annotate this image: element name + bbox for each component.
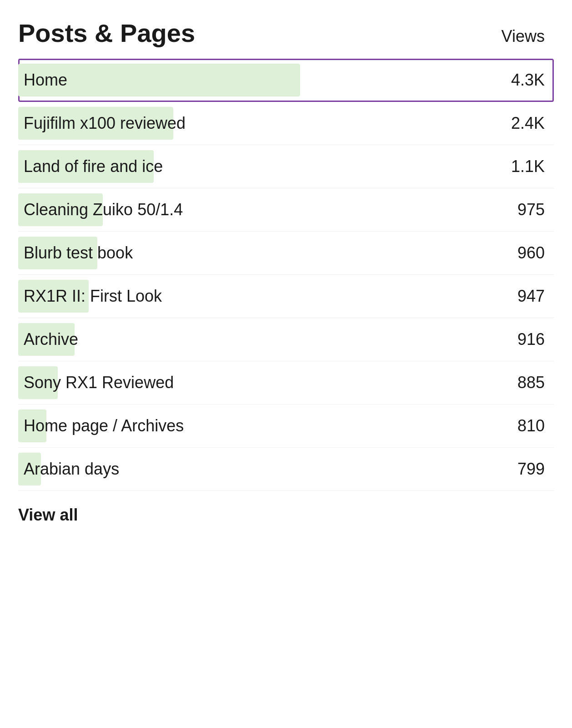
- item-name-blurb-test: Blurb test book: [18, 240, 138, 266]
- list-item-archive[interactable]: Archive 916: [18, 318, 554, 361]
- item-views-rx1r: 947: [499, 287, 554, 306]
- list-item-arabian-days[interactable]: Arabian days 799: [18, 448, 554, 491]
- page-header: Posts & Pages Views: [18, 18, 554, 48]
- item-views-cleaning-zuiko: 975: [499, 200, 554, 219]
- list-item-left-fujifilm: Fujifilm x100 reviewed: [18, 110, 499, 136]
- item-name-archive: Archive: [18, 326, 84, 353]
- item-name-home-page-archives: Home page / Archives: [18, 413, 189, 439]
- list-item-home[interactable]: Home 4.3K: [18, 59, 554, 102]
- list-item-left-rx1r: RX1R II: First Look: [18, 283, 499, 309]
- item-views-home: 4.3K: [499, 71, 554, 90]
- views-column-header: Views: [502, 27, 554, 46]
- list-item-left-cleaning-zuiko: Cleaning Zuiko 50/1.4: [18, 197, 499, 223]
- item-views-land-of-fire: 1.1K: [499, 157, 554, 176]
- item-name-sony-rx1: Sony RX1 Reviewed: [18, 369, 179, 396]
- item-views-home-page-archives: 810: [499, 416, 554, 435]
- list-item-home-page-archives[interactable]: Home page / Archives 810: [18, 404, 554, 448]
- list-item-blurb-test[interactable]: Blurb test book 960: [18, 232, 554, 275]
- item-name-fujifilm: Fujifilm x100 reviewed: [18, 110, 191, 136]
- list-item-sony-rx1[interactable]: Sony RX1 Reviewed 885: [18, 361, 554, 404]
- view-all-button[interactable]: View all: [18, 506, 554, 525]
- item-name-land-of-fire: Land of fire and ice: [18, 153, 168, 180]
- item-views-arabian-days: 799: [499, 460, 554, 479]
- item-name-home: Home: [18, 67, 73, 93]
- list-item-land-of-fire[interactable]: Land of fire and ice 1.1K: [18, 145, 554, 188]
- item-name-rx1r: RX1R II: First Look: [18, 283, 167, 309]
- list-item-left-home: Home: [18, 67, 499, 93]
- item-name-cleaning-zuiko: Cleaning Zuiko 50/1.4: [18, 197, 188, 223]
- posts-pages-list: Home 4.3K Fujifilm x100 reviewed 2.4K La…: [18, 59, 554, 491]
- list-item-fujifilm[interactable]: Fujifilm x100 reviewed 2.4K: [18, 102, 554, 145]
- item-name-arabian-days: Arabian days: [18, 456, 125, 482]
- list-item-left-home-page-archives: Home page / Archives: [18, 413, 499, 439]
- list-item-left-archive: Archive: [18, 326, 499, 353]
- list-item-left-arabian-days: Arabian days: [18, 456, 499, 482]
- list-item-left-sony-rx1: Sony RX1 Reviewed: [18, 369, 499, 396]
- list-item-left-land-of-fire: Land of fire and ice: [18, 153, 499, 180]
- list-item-rx1r[interactable]: RX1R II: First Look 947: [18, 275, 554, 318]
- list-item-cleaning-zuiko[interactable]: Cleaning Zuiko 50/1.4 975: [18, 188, 554, 232]
- item-views-archive: 916: [499, 330, 554, 349]
- item-views-blurb-test: 960: [499, 243, 554, 263]
- item-views-sony-rx1: 885: [499, 373, 554, 392]
- page-title: Posts & Pages: [18, 18, 195, 48]
- item-views-fujifilm: 2.4K: [499, 114, 554, 133]
- list-item-left-blurb-test: Blurb test book: [18, 240, 499, 266]
